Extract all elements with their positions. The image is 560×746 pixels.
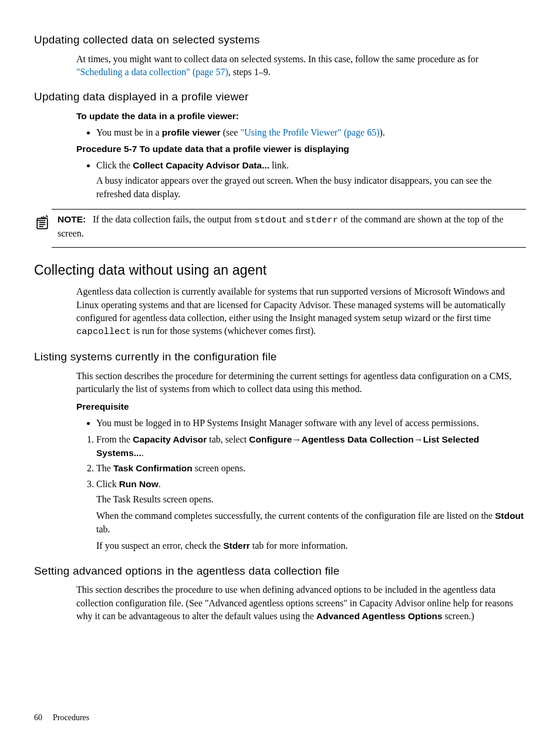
text: screen opens. (193, 463, 245, 473)
step-2: The Task Confirmation screen opens. (96, 462, 526, 475)
note-icon (34, 214, 50, 234)
text: . (141, 448, 144, 458)
text: Agentless data collection is currently a… (76, 286, 505, 323)
menu-agentless-data-collection: Agentless Data Collection (301, 434, 413, 444)
footer-section: Procedures (53, 713, 89, 722)
text: At times, you might want to collect data… (76, 54, 478, 64)
code-capcollect: capcollect (76, 326, 131, 337)
menu-configure: Configure (249, 434, 292, 444)
para-agentless-intro: Agentless data collection is currently a… (76, 285, 526, 339)
text: Click (96, 479, 119, 489)
page-number: 60 (34, 713, 42, 722)
prerequisite-label: Prerequisite (76, 400, 526, 413)
button-run-now: Run Now (119, 479, 158, 489)
tab-capacity-advisor: Capacity Advisor (133, 434, 207, 444)
para-advanced-options: This section describes the procedure to … (76, 583, 526, 623)
text: (see (221, 127, 241, 137)
note-text: NOTE: If the data collection fails, the … (58, 213, 526, 240)
text: . (158, 479, 161, 489)
text: You must be in a (96, 127, 162, 137)
term-profile-viewer: profile viewer (162, 127, 221, 137)
bullet-profile-viewer: You must be in a profile viewer (see "Us… (96, 126, 526, 139)
note-label: NOTE: (58, 214, 86, 224)
text: tab, select (207, 434, 249, 444)
heading-listing-systems: Listing systems currently in the configu… (34, 349, 526, 365)
step-click-collect: Click the Collect Capacity Advisor Data.… (96, 159, 526, 201)
code-stderr: stderr (305, 215, 338, 225)
lead-update-profile: To update the data in a profile viewer: (76, 110, 526, 123)
note-block: NOTE: If the data collection fails, the … (34, 209, 526, 248)
text: tab for more information. (250, 541, 348, 551)
tab-stderr: Stderr (223, 541, 250, 551)
text: link. (269, 160, 289, 170)
step-3: Click Run Now. The Task Results screen o… (96, 478, 526, 553)
link-label-collect-capacity: Collect Capacity Advisor Data... (133, 160, 269, 170)
text: screen.) (443, 611, 474, 621)
text: From the (96, 434, 133, 444)
screen-task-confirmation: Task Confirmation (113, 463, 193, 473)
heading-updating-profile-viewer: Updating data displayed in a profile vie… (34, 89, 526, 105)
link-scheduling-data-collection[interactable]: "Scheduling a data collection" (page 57) (76, 67, 228, 77)
para-sec1: At times, you might want to collect data… (76, 53, 526, 79)
link-using-profile-viewer[interactable]: "Using the Profile Viewer" (page 65) (240, 127, 379, 137)
text: , steps 1–9. (228, 67, 271, 77)
step3-sub2: When the command completes successfully,… (96, 509, 526, 536)
text: If the data collection fails, the output… (93, 214, 254, 224)
step-busy-indicator: A busy indicator appears over the grayed… (96, 174, 526, 201)
text: The (96, 463, 113, 473)
text: Click the (96, 160, 133, 170)
step-1: From the Capacity Advisor tab, select Co… (96, 433, 526, 460)
text: When the command completes successfully,… (96, 511, 495, 521)
text: If you suspect an error, check the (96, 541, 223, 551)
tab-stdout: Stdout (495, 511, 524, 521)
note-divider-top (52, 209, 526, 210)
para-listing-intro: This section describes the procedure for… (76, 370, 526, 396)
step3-sub3: If you suspect an error, check the Stder… (96, 539, 526, 552)
procedure-title-5-7: Procedure 5-7 To update data that a prof… (76, 143, 526, 156)
text: tab. (96, 524, 110, 534)
arrow: → (414, 434, 423, 444)
arrow: → (292, 434, 301, 444)
heading-updating-collected: Updating collected data on selected syst… (34, 32, 526, 48)
step3-sub1: The Task Results screen opens. (96, 493, 526, 506)
heading-setting-advanced-options: Setting advanced options in the agentles… (34, 563, 526, 579)
text: is run for those systems (whichever come… (131, 326, 316, 336)
heading-collecting-without-agent: Collecting data without using an agent (34, 261, 526, 279)
text: ). (380, 127, 385, 137)
page-footer: 60Procedures (34, 712, 89, 724)
screen-advanced-agentless-options: Advanced Agentless Options (316, 611, 443, 621)
text: and (287, 214, 305, 224)
code-stdout: stdout (254, 215, 287, 225)
note-divider-bottom (52, 247, 526, 248)
bullet-prereq: You must be logged in to HP Systems Insi… (96, 417, 526, 430)
